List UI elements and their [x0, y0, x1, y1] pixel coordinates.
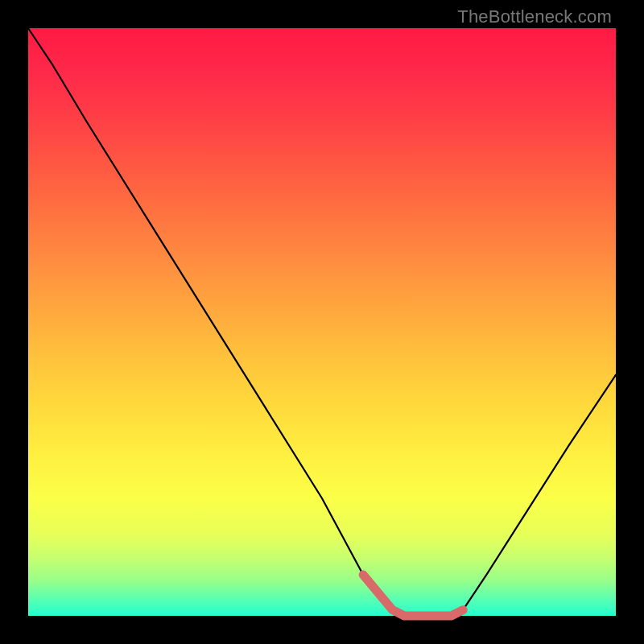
plot-area: [28, 28, 616, 616]
main-curve: [28, 28, 616, 616]
watermark-text: TheBottleneck.com: [457, 6, 612, 27]
chart-svg: [28, 28, 616, 616]
highlight-segment: [363, 575, 463, 616]
chart-container: TheBottleneck.com: [0, 0, 644, 644]
